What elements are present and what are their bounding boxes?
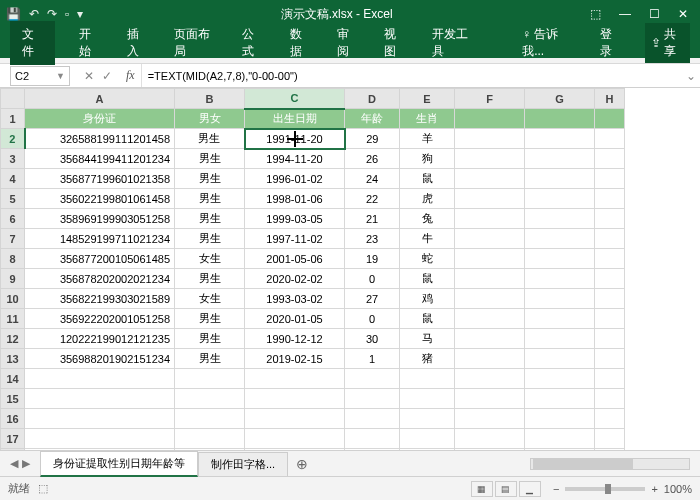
zoom-slider[interactable]	[565, 487, 645, 491]
sheet-tab-active[interactable]: 身份证提取性别日期年龄等	[40, 451, 198, 477]
cell-C2[interactable]: 1991-11-20	[245, 129, 345, 149]
cell-A4[interactable]: 356877199601021358	[25, 169, 175, 189]
cell-A8[interactable]: 356877200105061485	[25, 249, 175, 269]
cancel-formula-icon[interactable]: ✕	[82, 69, 96, 83]
row-header-9[interactable]: 9	[1, 269, 25, 289]
tab-layout[interactable]: 页面布局	[172, 22, 219, 64]
tell-me[interactable]: ♀ 告诉我...	[520, 22, 576, 64]
cell-B3[interactable]: 男生	[175, 149, 245, 169]
cell-A9[interactable]: 356878202002021234	[25, 269, 175, 289]
cell-A12[interactable]: 120222199012121235	[25, 329, 175, 349]
header-cell[interactable]: 生肖	[400, 109, 455, 129]
zoom-percent[interactable]: 100%	[664, 483, 692, 495]
cell-E6[interactable]: 兔	[400, 209, 455, 229]
formula-input[interactable]: =TEXT(MID(A2,7,8),"0-00-00")	[141, 64, 682, 87]
tab-dev[interactable]: 开发工具	[430, 22, 477, 64]
cell-C5[interactable]: 1998-01-06	[245, 189, 345, 209]
cell-D7[interactable]: 23	[345, 229, 400, 249]
row-header-14[interactable]: 14	[1, 369, 25, 389]
cell-A13[interactable]: 356988201902151234	[25, 349, 175, 369]
cell-C12[interactable]: 1990-12-12	[245, 329, 345, 349]
header-cell[interactable]: 男女	[175, 109, 245, 129]
row-header-2[interactable]: 2	[1, 129, 25, 149]
cell-A3[interactable]: 356844199411201234	[25, 149, 175, 169]
cell-D10[interactable]: 27	[345, 289, 400, 309]
cell-E2[interactable]: 羊	[400, 129, 455, 149]
col-header-F[interactable]: F	[455, 89, 525, 109]
cell-B5[interactable]: 男生	[175, 189, 245, 209]
header-cell[interactable]	[595, 109, 625, 129]
cell-E4[interactable]: 鼠	[400, 169, 455, 189]
col-header-A[interactable]: A	[25, 89, 175, 109]
sheet-nav-prev[interactable]: ◀	[10, 457, 18, 470]
cell-B8[interactable]: 女生	[175, 249, 245, 269]
cell-A6[interactable]: 358969199903051258	[25, 209, 175, 229]
share-button[interactable]: ⇪共享	[645, 23, 690, 63]
cell-D12[interactable]: 30	[345, 329, 400, 349]
expand-formula-icon[interactable]: ⌄	[682, 69, 700, 83]
cell-D4[interactable]: 24	[345, 169, 400, 189]
col-header-E[interactable]: E	[400, 89, 455, 109]
new-icon[interactable]: ▫	[65, 7, 69, 21]
cell-B6[interactable]: 男生	[175, 209, 245, 229]
header-cell[interactable]: 年龄	[345, 109, 400, 129]
maximize-icon[interactable]: ☐	[649, 7, 660, 21]
zoom-in-button[interactable]: +	[651, 483, 657, 495]
row-header-11[interactable]: 11	[1, 309, 25, 329]
sheet-tab-other[interactable]: 制作田字格...	[198, 452, 288, 476]
cell-A2[interactable]: 326588199111201458	[25, 129, 175, 149]
cell-D2[interactable]: 29	[345, 129, 400, 149]
tab-view[interactable]: 视图	[382, 22, 407, 64]
cell-B13[interactable]: 男生	[175, 349, 245, 369]
zoom-out-button[interactable]: −	[553, 483, 559, 495]
login-button[interactable]: 登录	[598, 22, 623, 64]
row-header-10[interactable]: 10	[1, 289, 25, 309]
chevron-down-icon[interactable]: ▼	[56, 71, 65, 81]
cell-B11[interactable]: 男生	[175, 309, 245, 329]
save-icon[interactable]: 💾	[6, 7, 21, 21]
cell-B9[interactable]: 男生	[175, 269, 245, 289]
row-header-13[interactable]: 13	[1, 349, 25, 369]
cell-B4[interactable]: 男生	[175, 169, 245, 189]
row-header-5[interactable]: 5	[1, 189, 25, 209]
row-header-6[interactable]: 6	[1, 209, 25, 229]
sheet-nav-next[interactable]: ▶	[22, 457, 30, 470]
row-header-16[interactable]: 16	[1, 409, 25, 429]
cell-D3[interactable]: 26	[345, 149, 400, 169]
view-pagebreak-icon[interactable]: ▁	[519, 481, 541, 497]
cell-A7[interactable]: 148529199711021234	[25, 229, 175, 249]
add-sheet-button[interactable]: ⊕	[288, 456, 316, 472]
col-header-C[interactable]: C	[245, 89, 345, 109]
tab-insert[interactable]: 插入	[125, 22, 150, 64]
col-header-B[interactable]: B	[175, 89, 245, 109]
col-header-G[interactable]: G	[525, 89, 595, 109]
cell-D6[interactable]: 21	[345, 209, 400, 229]
undo-icon[interactable]: ↶	[29, 7, 39, 21]
row-header-8[interactable]: 8	[1, 249, 25, 269]
spreadsheet-grid[interactable]: ABCDEFGH1身份证男女出生日期年龄生肖232658819911120145…	[0, 88, 700, 450]
tab-formulas[interactable]: 公式	[240, 22, 265, 64]
cell-A5[interactable]: 356022199801061458	[25, 189, 175, 209]
cell-C6[interactable]: 1999-03-05	[245, 209, 345, 229]
cell-B7[interactable]: 男生	[175, 229, 245, 249]
row-header-7[interactable]: 7	[1, 229, 25, 249]
cell-E5[interactable]: 虎	[400, 189, 455, 209]
cell-A10[interactable]: 356822199303021589	[25, 289, 175, 309]
cell-E10[interactable]: 鸡	[400, 289, 455, 309]
row-header-12[interactable]: 12	[1, 329, 25, 349]
cell-B10[interactable]: 女生	[175, 289, 245, 309]
cell-C11[interactable]: 2020-01-05	[245, 309, 345, 329]
col-header-D[interactable]: D	[345, 89, 400, 109]
cell-C7[interactable]: 1997-11-02	[245, 229, 345, 249]
ribbon-display-icon[interactable]: ⬚	[590, 7, 601, 21]
confirm-formula-icon[interactable]: ✓	[100, 69, 114, 83]
cell-D5[interactable]: 22	[345, 189, 400, 209]
cell-C8[interactable]: 2001-05-06	[245, 249, 345, 269]
view-layout-icon[interactable]: ▤	[495, 481, 517, 497]
row-header-4[interactable]: 4	[1, 169, 25, 189]
cell-D8[interactable]: 19	[345, 249, 400, 269]
name-box[interactable]: C2▼	[10, 66, 70, 86]
macro-record-icon[interactable]: ⬚	[38, 482, 48, 495]
header-cell[interactable]	[525, 109, 595, 129]
row-header-17[interactable]: 17	[1, 429, 25, 449]
